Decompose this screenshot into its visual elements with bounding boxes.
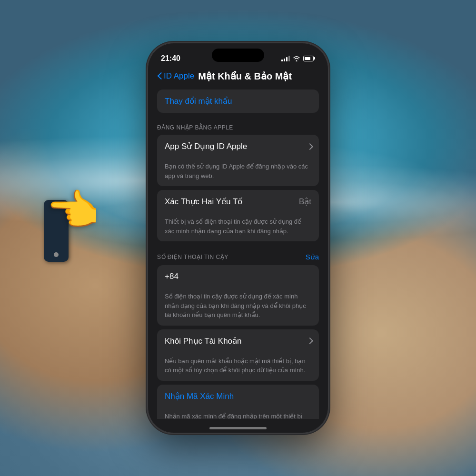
two-factor-row[interactable]: Xác Thực Hai Yếu Tố Bật	[157, 190, 319, 213]
verification-code-description: Nhận mã xác minh để đăng nhập trên một t…	[157, 408, 319, 419]
account-recovery-card: Khôi Phục Tài Khoản Nếu bạn quên mật khẩ…	[157, 329, 319, 381]
two-factor-card: Xác Thực Hai Yếu Tố Bật Thiết bị và số đ…	[157, 190, 319, 241]
chevron-right-icon-2	[307, 337, 311, 344]
phone-description: Số điện thoại tin cậy được sử dụng để xá…	[157, 288, 319, 326]
app-use-apple-id-row[interactable]: App Sử Dụng ID Apple	[157, 135, 319, 158]
verification-code-card: Nhận Mã Xác Minh Nhận mã xác minh để đăn…	[157, 385, 319, 419]
verification-code-button[interactable]: Nhận Mã Xác Minh	[157, 385, 319, 408]
account-recovery-row[interactable]: Khôi Phục Tài Khoản	[157, 329, 319, 353]
account-recovery-label: Khôi Phục Tài Khoản	[165, 336, 242, 346]
nav-header: ID Apple Mật Khẩu & Bảo Mật	[157, 67, 319, 89]
signal-icon	[281, 56, 290, 61]
sign-in-apple-description: Bạn có thể sử dụng ID Apple để đăng nhập…	[157, 158, 319, 186]
phone-number: +84	[157, 265, 319, 288]
two-factor-description: Thiết bị và số điện thoại tin cậy được s…	[157, 213, 319, 241]
change-password-card: Thay đổi mật khẩu	[157, 89, 319, 113]
remote-dot	[54, 252, 59, 257]
home-indicator	[209, 427, 267, 429]
dynamic-island	[212, 49, 264, 62]
phone-screen: 21:40	[148, 43, 328, 433]
trusted-phone-card: +84 Số điện thoại tin cậy được sử dụng đ…	[157, 265, 319, 326]
app-use-apple-id-right	[307, 143, 311, 150]
back-label: ID Apple	[164, 71, 194, 81]
chevron-right-icon	[307, 143, 311, 150]
power-button	[328, 143, 330, 190]
battery-icon	[303, 56, 315, 61]
chevron-left-icon	[157, 72, 162, 80]
page-title: Mật Khẩu & Bảo Mật	[198, 70, 292, 82]
two-factor-label: Xác Thực Hai Yếu Tố	[165, 197, 242, 207]
status-bar: 21:40	[148, 43, 328, 67]
trusted-phone-edit-button[interactable]: Sửa	[306, 245, 319, 265]
trusted-phone-section: SỐ ĐIỆN THOẠI TIN CẬY Sửa +84 Số điện th…	[157, 245, 319, 326]
verification-code-label: Nhận Mã Xác Minh	[165, 391, 234, 401]
two-factor-value: Bật	[299, 197, 311, 207]
trusted-phone-header: SỐ ĐIỆN THOẠI TIN CẬY	[157, 246, 228, 264]
screen-content: ID Apple Mật Khẩu & Bảo Mật Thay đổi mật…	[148, 67, 328, 419]
two-factor-right: Bật	[299, 197, 311, 207]
change-password-button[interactable]: Thay đổi mật khẩu	[157, 89, 319, 113]
change-password-label: Thay đổi mật khẩu	[165, 96, 232, 106]
account-recovery-right	[307, 337, 311, 344]
back-button[interactable]: ID Apple	[157, 71, 194, 81]
account-recovery-description: Nếu bạn quên mật khẩu hoặc mật mã thiết …	[157, 353, 319, 381]
status-time: 21:40	[161, 54, 180, 63]
phone-wrapper: 21:40	[148, 43, 328, 433]
sign-in-apple-header: ĐĂNG NHẬP BẰNG APPLE	[157, 117, 319, 135]
trusted-phone-header-row: SỐ ĐIỆN THOẠI TIN CẬY Sửa	[157, 245, 319, 265]
sign-in-apple-card: App Sử Dụng ID Apple Bạn có thể sử dụng …	[157, 135, 319, 186]
status-icons	[281, 56, 315, 61]
wifi-icon	[293, 56, 300, 61]
app-use-apple-id-label: App Sử Dụng ID Apple	[165, 141, 247, 151]
hand-pointer-emoji: 👉	[48, 186, 101, 236]
